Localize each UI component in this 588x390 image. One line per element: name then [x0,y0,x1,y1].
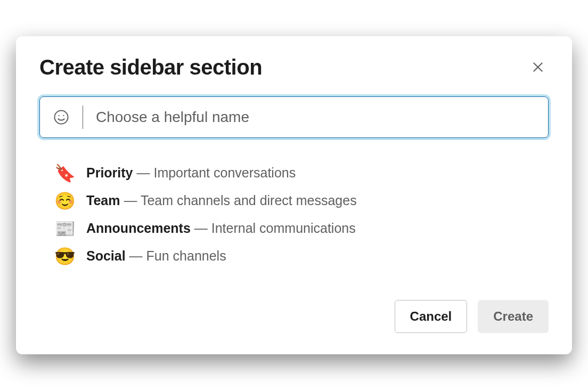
suggestion-social[interactable]: 😎 Social — Fun channels [54,242,549,270]
suggestion-desc: Team channels and direct messages [141,193,357,208]
newspaper-icon: 📰 [54,220,74,237]
modal-footer: Cancel Create [39,300,549,333]
create-button[interactable]: Create [478,300,549,333]
suggestion-name: Priority [86,165,133,180]
svg-point-2 [55,110,68,124]
suggestion-priority[interactable]: 🔖 Priority — Important conversations [54,159,549,187]
name-input-group [39,96,549,138]
suggestion-text: Social — Fun channels [86,248,226,264]
suggestion-name: Social [86,248,126,263]
suggestion-name: Team [86,193,120,208]
emoji-picker-button[interactable] [40,97,83,137]
suggestion-desc: Internal communications [211,221,356,235]
suggestion-desc: Fun channels [146,248,226,263]
svg-point-4 [63,115,64,116]
suggestion-desc: Important conversations [153,165,296,180]
suggestion-name: Announcements [86,221,191,235]
modal-title: Create sidebar section [39,55,262,79]
smiley-icon [53,109,69,125]
modal-header: Create sidebar section [39,55,549,79]
section-name-input[interactable] [83,97,548,137]
svg-point-3 [59,115,60,116]
cancel-button[interactable]: Cancel [395,300,468,333]
suggestion-text: Priority — Important conversations [86,165,296,181]
suggestions-list: 🔖 Priority — Important conversations ☺️ … [39,159,549,270]
create-section-modal: Create sidebar section 🔖 Priority — Impo… [16,36,572,354]
bookmark-icon: 🔖 [54,165,74,182]
sunglasses-icon: 😎 [54,248,74,265]
close-button[interactable] [527,56,549,78]
close-icon [531,60,545,74]
suggestion-text: Announcements — Internal communications [86,221,356,236]
suggestion-text: Team — Team channels and direct messages [86,193,357,208]
suggestion-announcements[interactable]: 📰 Announcements — Internal communication… [54,215,549,242]
smile-icon: ☺️ [54,192,74,209]
suggestion-team[interactable]: ☺️ Team — Team channels and direct messa… [54,187,549,215]
